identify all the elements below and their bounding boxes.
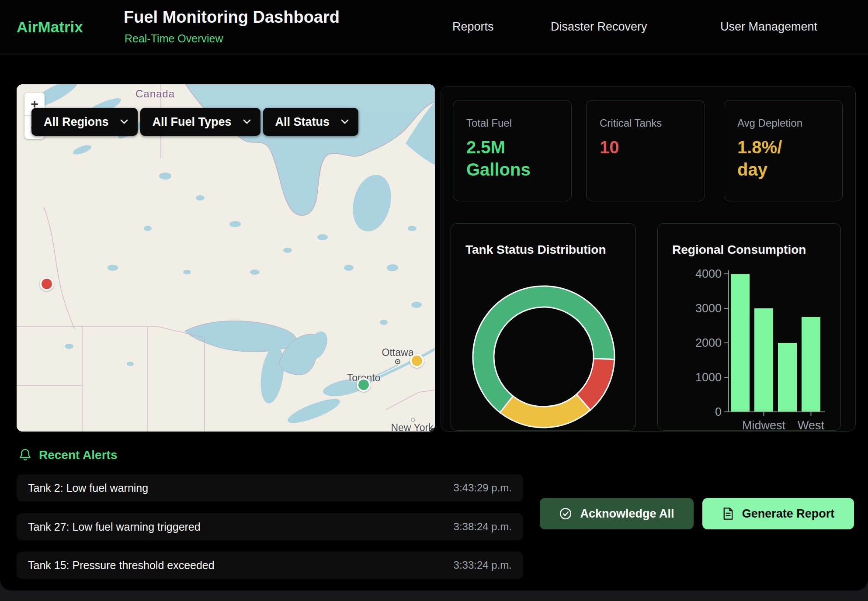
fuel-type-filter-dropdown[interactable]: All Fuel Types xyxy=(140,108,260,136)
app-window: AirMatrix Fuel Monitoring Dashboard Real… xyxy=(0,0,868,591)
kpi-title: Critical Tanks xyxy=(600,117,691,129)
svg-text:Midwest: Midwest xyxy=(742,419,786,431)
svg-text:3000: 3000 xyxy=(695,302,722,315)
metrics-panel: Total Fuel 2.5MGallons Critical Tanks 10… xyxy=(441,86,856,432)
svg-text:West: West xyxy=(798,419,825,431)
regional-consumption-bar-chart: 01000200030004000MidwestWest xyxy=(658,224,841,431)
bar-region-3 xyxy=(802,317,820,412)
alert-time: 3:43:29 p.m. xyxy=(454,482,512,494)
recent-alerts-title: Recent Alerts xyxy=(39,448,117,462)
page-title: Fuel Monitoring Dashboard xyxy=(124,8,340,27)
acknowledge-all-label: Acknowledge All xyxy=(580,507,674,521)
svg-text:0: 0 xyxy=(715,405,722,418)
map-label-ottawa: Ottawa xyxy=(382,347,414,359)
map-label-canada: Canada xyxy=(135,88,175,100)
document-icon xyxy=(722,507,734,520)
kpi-total-fuel: Total Fuel 2.5MGallons xyxy=(453,100,572,201)
kpi-avg-depletion: Avg Depletion 1.8%/day xyxy=(724,100,843,201)
alert-text: Tank 2: Low fuel warning xyxy=(28,482,148,494)
svg-text:4000: 4000 xyxy=(695,267,722,280)
tank-status-chart-panel: Tank Status Distribution xyxy=(451,223,636,431)
nav-reports[interactable]: Reports xyxy=(452,20,494,34)
chevron-down-icon xyxy=(120,119,128,124)
alert-row: Tank 2: Low fuel warning 3:43:29 p.m. xyxy=(17,474,523,501)
alert-row: Tank 27: Low fuel warning triggered 3:38… xyxy=(17,513,523,540)
bell-icon xyxy=(19,449,31,462)
map-canvas[interactable]: + − All Regions All Fuel Types All Statu… xyxy=(17,84,435,432)
donut-segment-warning xyxy=(500,394,590,428)
map-filters: All Regions All Fuel Types All Status xyxy=(31,108,358,136)
alert-time: 3:38:24 p.m. xyxy=(454,521,512,533)
kpi-critical-tanks: Critical Tanks 10 xyxy=(586,100,705,201)
svg-text:1000: 1000 xyxy=(695,371,722,384)
recent-alerts-heading: Recent Alerts xyxy=(19,448,117,462)
chevron-down-icon xyxy=(341,119,349,124)
bar-region-0 xyxy=(731,274,750,412)
kpi-title: Total Fuel xyxy=(466,117,558,129)
status-filter-value: All Status xyxy=(275,115,330,129)
page-subtitle: Real-Time Overview xyxy=(125,32,223,45)
check-circle-icon xyxy=(559,507,572,520)
tank-marker-normal[interactable] xyxy=(357,378,371,392)
kpi-title: Avg Depletion xyxy=(737,117,829,129)
bar-region-1 xyxy=(754,308,773,412)
header: AirMatrix Fuel Monitoring Dashboard Real… xyxy=(0,0,868,55)
nav-user-management[interactable]: User Management xyxy=(720,20,817,34)
region-filter-dropdown[interactable]: All Regions xyxy=(31,108,138,136)
map-label-new-york: New York xyxy=(391,422,433,432)
kpi-value: 2.5MGallons xyxy=(466,136,558,181)
tank-marker-warning[interactable] xyxy=(410,354,424,368)
tank-marker-critical[interactable] xyxy=(40,277,54,291)
alert-row: Tank 15: Pressure threshold exceeded 3:3… xyxy=(17,552,523,579)
alert-time: 3:33:24 p.m. xyxy=(454,559,512,571)
alert-text: Tank 15: Pressure threshold exceeded xyxy=(28,559,215,572)
brand-logo: AirMatrix xyxy=(17,18,83,36)
kpi-value: 10 xyxy=(600,136,691,159)
nav-disaster-recovery[interactable]: Disaster Recovery xyxy=(551,20,647,34)
bar-region-2 xyxy=(778,343,797,412)
alert-text: Tank 27: Low fuel warning triggered xyxy=(28,521,201,533)
kpi-value: 1.8%/day xyxy=(737,136,829,181)
acknowledge-all-button[interactable]: Acknowledge All xyxy=(540,498,694,529)
regional-consumption-chart-panel: Regional Consumption 01000200030004000Mi… xyxy=(657,223,841,431)
svg-text:2000: 2000 xyxy=(695,336,722,349)
fuel-monitoring-dashboard: AirMatrix Fuel Monitoring Dashboard Real… xyxy=(0,0,868,601)
chevron-down-icon xyxy=(243,119,251,124)
tank-status-donut-chart xyxy=(451,224,636,431)
generate-report-label: Generate Report xyxy=(742,507,835,521)
fuel-type-filter-value: All Fuel Types xyxy=(153,115,232,129)
status-filter-dropdown[interactable]: All Status xyxy=(263,108,359,136)
region-filter-value: All Regions xyxy=(44,115,109,129)
generate-report-button[interactable]: Generate Report xyxy=(702,498,854,529)
